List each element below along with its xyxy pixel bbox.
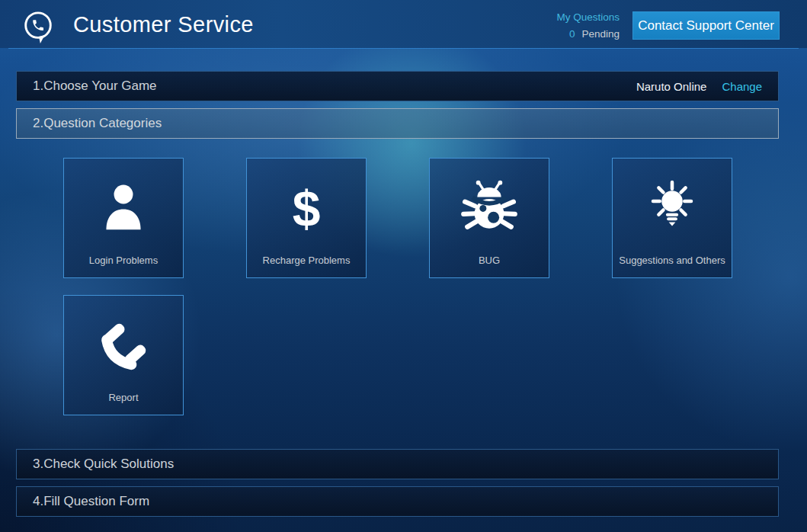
user-icon xyxy=(64,171,183,247)
pending-status: 0Pending xyxy=(556,26,620,43)
dollar-icon: $ xyxy=(247,171,366,247)
my-questions-link[interactable]: My Questions xyxy=(556,9,620,26)
category-login-problems[interactable]: Login Problems xyxy=(63,158,184,278)
pending-label: Pending xyxy=(581,28,620,40)
category-suggestions-and-others[interactable]: Suggestions and Others xyxy=(612,158,732,278)
section-quick-solutions-label: 3.Check Quick Solutions xyxy=(33,457,174,472)
category-recharge-problems[interactable]: $ Recharge Problems xyxy=(246,158,367,278)
category-label: Suggestions and Others xyxy=(613,255,732,266)
my-questions-area: My Questions 0Pending xyxy=(556,9,620,43)
customer-service-page: Customer Service My Questions 0Pending C… xyxy=(0,0,807,532)
category-label: Report xyxy=(64,392,183,403)
customer-service-logo-icon xyxy=(21,9,56,46)
selected-game: Naruto Online xyxy=(636,80,707,93)
section-question-form-label: 4.Fill Question Form xyxy=(33,494,149,509)
pending-count: 0 xyxy=(569,28,575,40)
contact-support-button[interactable]: Contact Support Center xyxy=(632,11,780,40)
bug-icon xyxy=(430,171,549,247)
section-choose-game-label: 1.Choose Your Game xyxy=(33,79,157,94)
phone-icon xyxy=(64,308,183,384)
section-question-categories-label: 2.Question Categories xyxy=(33,116,162,131)
category-label: Recharge Problems xyxy=(247,255,366,266)
category-report[interactable]: Report xyxy=(63,295,184,415)
change-game-link[interactable]: Change xyxy=(722,80,762,93)
section-question-form[interactable]: 4.Fill Question Form xyxy=(16,486,779,517)
header: Customer Service My Questions 0Pending C… xyxy=(0,0,807,48)
page-title: Customer Service xyxy=(73,12,254,37)
lightbulb-icon xyxy=(613,171,732,247)
category-bug[interactable]: BUG xyxy=(429,158,549,278)
header-divider xyxy=(8,48,799,49)
category-label: Login Problems xyxy=(64,255,183,266)
section-question-categories[interactable]: 2.Question Categories xyxy=(16,108,779,139)
section-choose-game[interactable]: 1.Choose Your Game Naruto Online Change xyxy=(16,71,779,101)
category-label: BUG xyxy=(430,255,549,266)
section-quick-solutions[interactable]: 3.Check Quick Solutions xyxy=(16,449,779,479)
